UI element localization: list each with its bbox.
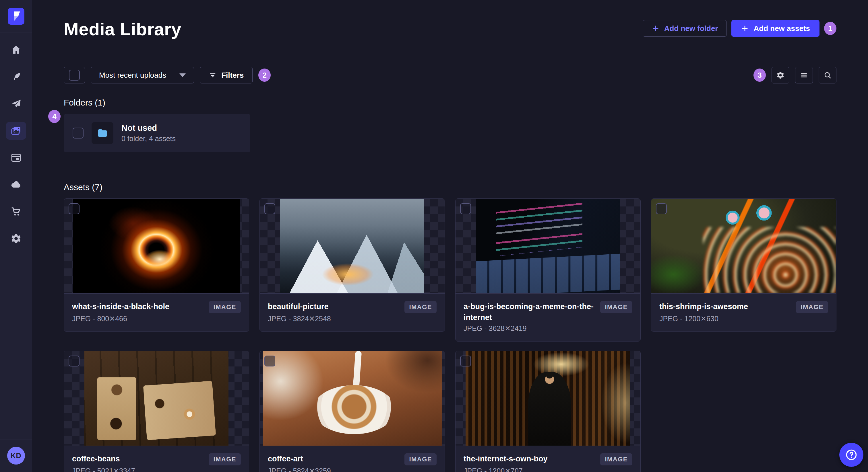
sidebar-item-home[interactable] (6, 41, 26, 59)
sidebar: KD (0, 0, 32, 472)
add-new-folder-label: Add new folder (664, 24, 718, 33)
asset-meta: JPEG - 5824✕3259 (268, 467, 437, 472)
folders-heading: Folders (1) (64, 98, 836, 107)
add-new-folder-button[interactable]: Add new folder (643, 20, 727, 37)
asset-checkbox[interactable] (460, 356, 471, 367)
asset-card[interactable]: the-internet-s-own-boy IMAGE JPEG - 1200… (455, 351, 641, 472)
asset-checkbox[interactable] (265, 203, 275, 214)
folder-card[interactable]: Not used 0 folder, 4 assets (64, 114, 250, 152)
asset-thumbnail (260, 351, 445, 446)
app-logo-wrap (8, 0, 24, 32)
asset-card[interactable]: this-shrimp-is-awesome IMAGE JPEG - 1200… (651, 198, 836, 332)
asset-checkbox[interactable] (69, 356, 80, 367)
asset-checkbox[interactable] (265, 356, 275, 367)
asset-name: this-shrimp-is-awesome (659, 301, 789, 312)
asset-card[interactable]: coffee-art IMAGE JPEG - 5824✕3259 (259, 351, 445, 472)
gear-icon (10, 233, 22, 244)
layout-icon (10, 152, 22, 164)
question-mark-icon (845, 448, 858, 461)
avatar[interactable]: KD (7, 447, 25, 465)
filters-button[interactable]: Filters (200, 67, 253, 83)
select-all-checkbox[interactable] (69, 70, 80, 80)
asset-info: beautiful-picture IMAGE JPEG - 3824✕2548 (260, 293, 445, 332)
feather-icon (10, 71, 22, 82)
folder-texts: Not used 0 folder, 4 assets (121, 123, 176, 143)
asset-image-laptop-code (476, 199, 620, 293)
sidebar-item-releases[interactable] (6, 95, 26, 113)
sidebar-item-media-library[interactable] (6, 122, 26, 140)
asset-meta: JPEG - 3628✕2419 (464, 324, 632, 333)
asset-type-badge: IMAGE (404, 453, 437, 465)
asset-meta: JPEG - 1200✕630 (659, 314, 828, 323)
asset-checkbox[interactable] (460, 203, 471, 214)
onboarding-step-badge-2: 2 (258, 69, 271, 82)
select-all-button[interactable] (64, 67, 85, 83)
gear-icon (776, 71, 785, 79)
filter-icon (209, 71, 217, 79)
asset-name: the-internet-s-own-boy (464, 453, 594, 464)
folder-icon (97, 127, 108, 139)
asset-name: a-bug-is-becoming-a-meme-on-the-internet (464, 301, 594, 323)
asset-type-badge: IMAGE (796, 301, 828, 313)
add-new-assets-button[interactable]: Add new assets (732, 20, 819, 37)
search-button[interactable] (818, 67, 836, 83)
section-divider (64, 168, 836, 168)
sidebar-bottom: KD (0, 440, 32, 472)
assets-heading: Assets (7) (64, 182, 836, 192)
page-title: Media Library (64, 19, 181, 39)
asset-image-shrimp (651, 199, 836, 293)
sidebar-item-marketplace[interactable] (6, 203, 26, 221)
asset-thumbnail (651, 199, 836, 293)
asset-card[interactable]: coffee-beans IMAGE JPEG - 5021✕3347 (64, 351, 249, 472)
asset-info: coffee-beans IMAGE JPEG - 5021✕3347 (64, 446, 249, 472)
asset-image-coffee-beans (84, 351, 228, 446)
folders-section: 4 Folders (1) Not used 0 folder, 4 asset… (64, 98, 836, 152)
toolbar: Most recent uploads Filters 2 3 (64, 67, 836, 83)
asset-info: what-s-inside-a-black-hole IMAGE JPEG - … (64, 293, 249, 332)
asset-info: coffee-art IMAGE JPEG - 5824✕3259 (260, 446, 445, 472)
asset-info: a-bug-is-becoming-a-meme-on-the-internet… (456, 293, 640, 341)
asset-type-badge: IMAGE (209, 453, 241, 465)
asset-thumbnail (64, 351, 249, 446)
assets-section: Assets (7) what-s-inside-a-black-hole IM… (64, 182, 836, 472)
asset-name: what-s-inside-a-black-hole (72, 301, 203, 312)
asset-name: coffee-art (268, 453, 398, 464)
asset-checkbox[interactable] (656, 203, 667, 214)
sort-select[interactable]: Most recent uploads (91, 67, 194, 83)
asset-image-mountains (280, 199, 424, 293)
sidebar-item-deploy[interactable] (6, 176, 26, 194)
search-icon (823, 71, 832, 79)
chevron-down-icon (179, 73, 186, 77)
cloud-icon (10, 179, 22, 191)
sort-select-value: Most recent uploads (99, 71, 166, 80)
main-content: Media Library Add new folder Add new ass… (32, 0, 868, 472)
help-button[interactable] (839, 443, 863, 467)
asset-type-badge: IMAGE (404, 301, 437, 313)
sidebar-item-settings[interactable] (6, 230, 26, 247)
onboarding-step-badge-1: 1 (824, 22, 836, 35)
asset-thumbnail (456, 351, 640, 446)
asset-meta: JPEG - 800✕466 (72, 314, 241, 323)
toolbar-left: Most recent uploads Filters 2 (64, 67, 271, 83)
asset-image-coffee-art (262, 351, 442, 446)
list-view-button[interactable] (795, 67, 813, 83)
asset-checkbox[interactable] (69, 203, 80, 214)
folder-name: Not used (121, 123, 176, 133)
asset-card[interactable]: a-bug-is-becoming-a-meme-on-the-internet… (455, 198, 641, 341)
strapi-logo[interactable] (8, 8, 24, 25)
sidebar-item-content[interactable] (6, 68, 26, 86)
sidebar-item-content-type-builder[interactable] (6, 149, 26, 167)
paper-plane-icon (10, 98, 22, 109)
asset-card[interactable]: beautiful-picture IMAGE JPEG - 3824✕2548 (259, 198, 445, 332)
folder-tile (92, 122, 113, 144)
asset-info: this-shrimp-is-awesome IMAGE JPEG - 1200… (651, 293, 836, 332)
onboarding-step-badge-4: 4 (48, 110, 61, 123)
asset-card[interactable]: what-s-inside-a-black-hole IMAGE JPEG - … (64, 198, 249, 332)
folder-checkbox[interactable] (73, 128, 84, 138)
asset-meta: JPEG - 3824✕2548 (268, 314, 437, 323)
folder-meta: 0 folder, 4 assets (121, 134, 176, 143)
asset-name: coffee-beans (72, 453, 203, 464)
view-settings-button[interactable] (772, 67, 789, 83)
header-actions: Add new folder Add new assets 1 (643, 20, 836, 37)
strapi-logo-icon (8, 8, 24, 25)
